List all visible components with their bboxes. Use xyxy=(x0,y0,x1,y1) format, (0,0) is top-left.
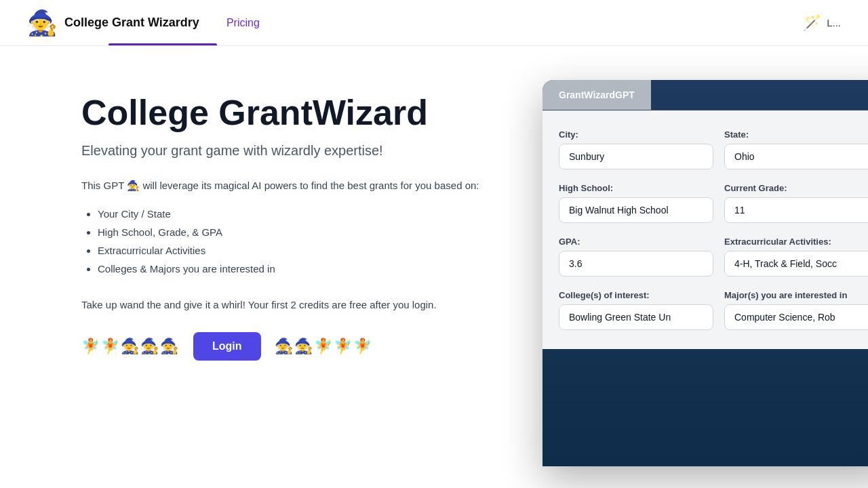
navbar-right-text: L... xyxy=(827,17,841,28)
majors-group: Major(s) you are interested in xyxy=(724,290,868,330)
brand-name: College Grant Wizardry xyxy=(64,16,199,30)
cta-row: 🧚🧚🧙🧙🧙 Login 🧙🧙🧚🧚🧚 xyxy=(81,332,488,361)
hero-description: This GPT 🧙 will leverage its magical AI … xyxy=(81,178,488,194)
panel-tab-bar: GrantWizardGPT xyxy=(542,80,868,110)
colleges-input[interactable] xyxy=(559,304,713,330)
state-label: State: xyxy=(724,129,868,140)
highschool-group: High School: xyxy=(559,183,713,223)
wand-icon: 🪄 xyxy=(803,14,821,32)
extracurricular-group: Extracurricular Activities: xyxy=(724,237,868,277)
majors-label: Major(s) you are interested in xyxy=(724,290,868,300)
grade-group: Current Grade: xyxy=(724,183,868,223)
bullet-list: Your City / State High School, Grade, & … xyxy=(81,205,488,278)
grade-input[interactable] xyxy=(724,197,868,223)
main-layout: College GrantWizard Elevating your grant… xyxy=(0,46,868,488)
state-input[interactable] xyxy=(724,144,868,169)
gpa-group: GPA: xyxy=(559,237,713,277)
state-group: State: xyxy=(724,129,868,169)
login-button[interactable]: Login xyxy=(193,332,261,361)
panel-form: City: State: High School: Current Grade: xyxy=(542,110,868,349)
list-item: Your City / State xyxy=(98,205,488,223)
city-label: City: xyxy=(559,129,713,140)
gpa-label: GPA: xyxy=(559,237,713,247)
colleges-group: College(s) of interest: xyxy=(559,290,713,330)
navbar: 🧙 College Grant Wizardry Pricing 🪄 L... xyxy=(0,0,868,46)
brand-link[interactable]: 🧙 College Grant Wizardry xyxy=(27,9,199,37)
list-item: Extracurricular Activities xyxy=(98,241,488,260)
cta-description: Take up wand the and give it a whirl! Yo… xyxy=(81,297,488,313)
city-group: City: xyxy=(559,129,713,169)
colleges-label: College(s) of interest: xyxy=(559,290,713,300)
brand-icon: 🧙 xyxy=(27,9,58,37)
right-panel: GrantWizardGPT City: State: High School:… xyxy=(542,80,868,466)
left-content: College GrantWizard Elevating your grant… xyxy=(81,87,488,361)
hero-subtitle: Elevating your grant game with wizardly … xyxy=(81,143,488,159)
list-item: Colleges & Majors you are interested in xyxy=(98,260,488,278)
gpa-input[interactable] xyxy=(559,251,713,277)
brand-underline xyxy=(108,43,217,45)
nav-pricing[interactable]: Pricing xyxy=(226,17,260,29)
extracurricular-label: Extracurricular Activities: xyxy=(724,237,868,247)
city-input[interactable] xyxy=(559,144,713,169)
emoji-right: 🧙🧙🧚🧚🧚 xyxy=(275,338,373,355)
panel-background: GrantWizardGPT City: State: High School:… xyxy=(542,80,868,466)
emoji-left: 🧚🧚🧙🧙🧙 xyxy=(81,338,180,355)
panel-tab[interactable]: GrantWizardGPT xyxy=(542,80,651,110)
majors-input[interactable] xyxy=(724,304,868,330)
extracurricular-input[interactable] xyxy=(724,251,868,277)
nav-links: Pricing xyxy=(226,17,260,29)
grade-label: Current Grade: xyxy=(724,183,868,193)
highschool-input[interactable] xyxy=(559,197,713,223)
list-item: High School, Grade, & GPA xyxy=(98,223,488,241)
highschool-label: High School: xyxy=(559,183,713,193)
hero-title: College GrantWizard xyxy=(81,94,488,132)
navbar-right: 🪄 L... xyxy=(803,14,841,32)
